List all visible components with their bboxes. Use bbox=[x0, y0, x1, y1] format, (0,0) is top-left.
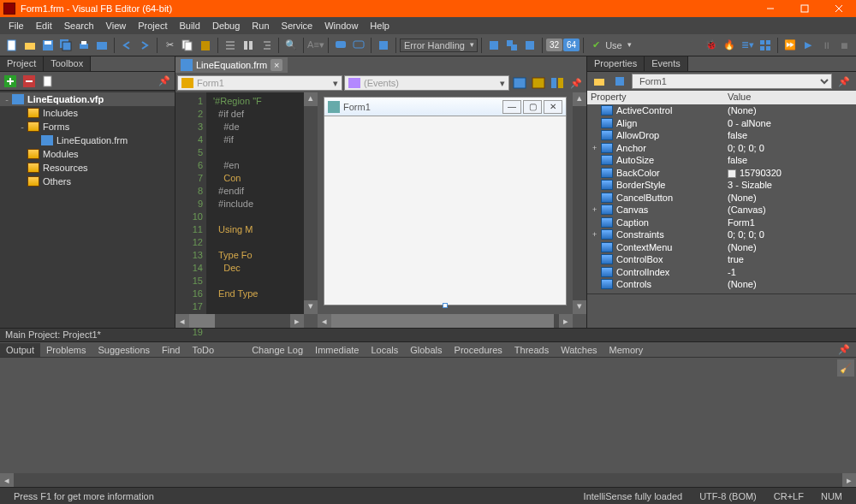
prop-row[interactable]: AutoSizefalse bbox=[587, 154, 856, 167]
prop-row[interactable]: BorderStyle3 - Sizable bbox=[587, 179, 856, 192]
prop-row[interactable]: AllowDropfalse bbox=[587, 129, 856, 142]
bottom-tab-threads[interactable]: Threads bbox=[508, 343, 555, 357]
prop-row[interactable]: ControlIndex-1 bbox=[587, 266, 856, 279]
status-eol[interactable]: CR+LF bbox=[765, 491, 812, 501]
view-code-icon[interactable] bbox=[511, 74, 528, 92]
tree-item[interactable]: Resources bbox=[0, 161, 175, 175]
tab-project[interactable]: Project bbox=[0, 56, 44, 71]
pin-icon[interactable]: 📌 bbox=[568, 74, 585, 92]
menu-service[interactable]: Service bbox=[276, 19, 318, 33]
bits-64-badge[interactable]: 64 bbox=[563, 39, 580, 51]
menu-help[interactable]: Help bbox=[365, 19, 395, 33]
remove-icon[interactable] bbox=[21, 73, 38, 90]
bottom-tab-output[interactable]: Output bbox=[0, 343, 40, 357]
bottom-tab-find[interactable]: Find bbox=[156, 343, 186, 357]
check-icon[interactable]: ✔ bbox=[587, 37, 604, 54]
tab-toolbox[interactable]: Toolbox bbox=[44, 56, 91, 71]
output-panel[interactable]: 🧹 bbox=[0, 357, 856, 473]
object-combo[interactable]: Form1 bbox=[177, 75, 342, 91]
prop-row[interactable]: +Constraints0; 0; 0; 0 bbox=[587, 228, 856, 241]
tools-icon[interactable]: ≣▾ bbox=[739, 37, 756, 54]
menu-window[interactable]: Window bbox=[319, 19, 363, 33]
status-ovr[interactable]: NUM bbox=[812, 491, 851, 501]
project-tree[interactable]: -LineEquation.vfpIncludes-FormsLineEquat… bbox=[0, 91, 175, 328]
prop-row[interactable]: CaptionForm1 bbox=[587, 216, 856, 229]
settings-icon[interactable] bbox=[521, 37, 538, 54]
tree-item[interactable]: Others bbox=[0, 175, 175, 188]
form-close-icon[interactable]: ✕ bbox=[544, 100, 562, 114]
bottom-tab-watches[interactable]: Watches bbox=[555, 343, 603, 357]
clear-output-icon[interactable]: 🧹 bbox=[837, 359, 854, 377]
error-handling-dropdown[interactable]: Error Handling bbox=[400, 39, 478, 52]
tree-item[interactable]: LineEquation.frm bbox=[0, 133, 175, 147]
pause-icon[interactable]: ⏸ bbox=[817, 37, 835, 54]
status-encoding[interactable]: UTF-8 (BOM) bbox=[691, 491, 765, 501]
bottom-tab-problems[interactable]: Problems bbox=[40, 343, 92, 357]
bottom-tab-change-log[interactable]: Change Log bbox=[246, 343, 309, 357]
prop-row[interactable]: Controls(None) bbox=[587, 278, 856, 291]
event-combo[interactable]: (Events) bbox=[344, 75, 509, 91]
pin-icon[interactable]: 📌 bbox=[835, 73, 853, 90]
align-icon[interactable] bbox=[240, 37, 257, 54]
bottom-tab-memory[interactable]: Memory bbox=[603, 343, 650, 357]
prop-row[interactable]: ContextMenu(None) bbox=[587, 241, 856, 254]
output-hscroll[interactable]: ◂▸ bbox=[0, 473, 856, 487]
bits-32-badge[interactable]: 32 bbox=[546, 39, 562, 51]
save-icon[interactable] bbox=[39, 37, 56, 54]
menu-debug[interactable]: Debug bbox=[207, 19, 245, 33]
prop-row[interactable]: Align0 - alNone bbox=[587, 117, 856, 130]
bottom-tab-procedures[interactable]: Procedures bbox=[449, 343, 508, 357]
comment-icon[interactable] bbox=[332, 37, 349, 54]
menu-build[interactable]: Build bbox=[174, 19, 205, 33]
maximize-button[interactable] bbox=[788, 0, 822, 17]
stop-icon[interactable]: ⏹ bbox=[835, 37, 853, 54]
print-icon[interactable] bbox=[75, 37, 92, 54]
prop-row[interactable]: +Anchor0; 0; 0; 0 bbox=[587, 142, 856, 155]
prop-row[interactable]: BackColor15790320 bbox=[587, 167, 856, 180]
close-tab-icon[interactable]: × bbox=[270, 59, 282, 71]
designer-hscroll[interactable]: ◂▸ bbox=[318, 314, 573, 328]
prop-cat-icon[interactable] bbox=[591, 73, 608, 90]
bottom-tab-globals[interactable]: Globals bbox=[404, 343, 448, 357]
use-dropdown[interactable]: Use bbox=[605, 39, 634, 51]
property-grid[interactable]: ActiveControl(None)Align0 - alNoneAllowD… bbox=[587, 104, 856, 294]
design-grid[interactable] bbox=[324, 116, 566, 305]
tree-root[interactable]: -LineEquation.vfp bbox=[0, 92, 175, 106]
bug-icon[interactable]: 🐞 bbox=[703, 37, 720, 54]
add-icon[interactable] bbox=[2, 73, 19, 90]
form-min-icon[interactable]: — bbox=[502, 100, 521, 114]
menu-run[interactable]: Run bbox=[247, 19, 274, 33]
form-designer[interactable]: Form1 — ▢ ✕ bbox=[318, 92, 573, 314]
pin-icon[interactable]: 📌 bbox=[156, 73, 173, 90]
close-button[interactable] bbox=[822, 0, 856, 17]
tree-item[interactable]: Includes bbox=[0, 106, 175, 120]
paste-icon[interactable] bbox=[197, 37, 214, 54]
rebuild-icon[interactable] bbox=[503, 37, 520, 54]
uncomment-icon[interactable] bbox=[350, 37, 367, 54]
play-icon[interactable]: ▶ bbox=[800, 37, 817, 54]
minimize-button[interactable] bbox=[753, 0, 788, 17]
compile-icon[interactable] bbox=[485, 37, 502, 54]
prop-row[interactable]: CancelButton(None) bbox=[587, 192, 856, 205]
menu-edit[interactable]: Edit bbox=[31, 19, 57, 33]
tree-item[interactable]: -Forms bbox=[0, 120, 175, 133]
code-hscroll[interactable]: ◂▸ bbox=[175, 314, 304, 328]
format-icon[interactable]: A≡▾ bbox=[307, 37, 324, 54]
bottom-tab-immediate[interactable]: Immediate bbox=[309, 343, 365, 357]
form-max-icon[interactable]: ▢ bbox=[523, 100, 542, 114]
open-icon[interactable] bbox=[21, 37, 39, 54]
redo-icon[interactable] bbox=[136, 37, 153, 54]
object-selector[interactable]: Form1 bbox=[632, 74, 832, 89]
file-tab[interactable]: LineEquation.frm × bbox=[175, 57, 288, 73]
design-form[interactable]: Form1 — ▢ ✕ bbox=[324, 97, 567, 305]
prop-obj-icon[interactable] bbox=[611, 73, 628, 90]
grid-icon[interactable] bbox=[757, 37, 774, 54]
prop-row[interactable]: ActiveControl(None) bbox=[587, 104, 856, 117]
bookmark-icon[interactable] bbox=[375, 37, 392, 54]
find-icon[interactable]: 🔍 bbox=[282, 37, 300, 54]
pin-icon[interactable]: 📌 bbox=[832, 342, 856, 357]
new-file-icon[interactable] bbox=[3, 37, 21, 54]
prop-row[interactable]: ControlBoxtrue bbox=[587, 253, 856, 266]
menu-search[interactable]: Search bbox=[59, 19, 99, 33]
tab-properties[interactable]: Properties bbox=[587, 56, 645, 71]
